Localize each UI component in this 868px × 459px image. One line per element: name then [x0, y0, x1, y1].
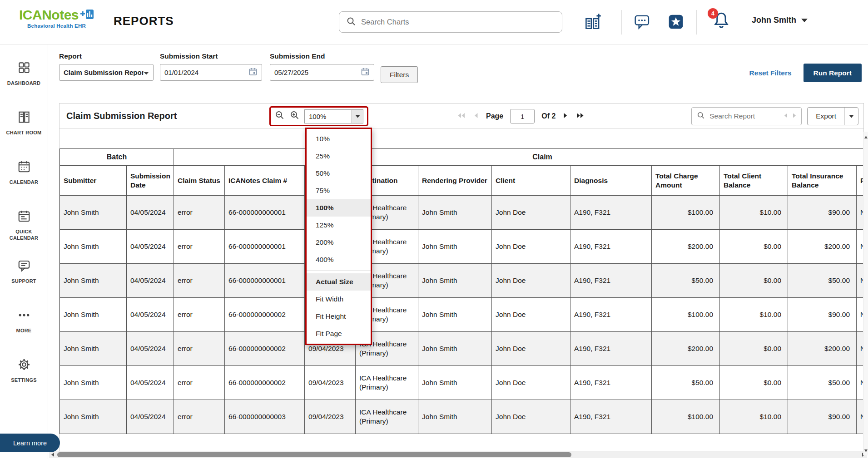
table-row: John Smith04/05/2024error66-000000000003…: [60, 400, 864, 434]
last-page-icon[interactable]: [575, 112, 585, 121]
zoom-option-125[interactable]: 125%: [307, 217, 371, 234]
page-navigation: Page Of 2: [457, 104, 585, 129]
more-dots-icon: [17, 308, 31, 324]
search-next-match-icon[interactable]: [792, 112, 797, 120]
submission-end-input[interactable]: [274, 69, 361, 76]
reset-filters-link[interactable]: Reset Filters: [749, 69, 792, 77]
icanotes-logo[interactable]: ICANotes Behavioral Health EHR: [10, 7, 103, 29]
calendar-date-picker-icon[interactable]: [248, 67, 258, 78]
table-cell: John Smith: [60, 332, 127, 366]
messages-icon[interactable]: [631, 11, 653, 33]
scroll-up-icon[interactable]: [864, 133, 868, 141]
sidebar: DASHBOARD CHART ROOM: [0, 44, 48, 459]
column-header: Submission Date: [127, 166, 174, 196]
user-menu[interactable]: John Smith: [752, 15, 808, 25]
column-header: Rendering Provider: [418, 166, 492, 196]
report-toolbar: Claim Submission Report 100%: [60, 104, 863, 129]
first-page-icon[interactable]: [457, 112, 466, 121]
table-cell: error: [174, 298, 225, 332]
table-cell: $100.00: [652, 298, 720, 332]
export-button[interactable]: Export: [807, 107, 858, 125]
export-label: Export: [808, 112, 844, 120]
search-icon: [696, 111, 705, 122]
zoom-in-icon[interactable]: [289, 110, 300, 123]
zoom-option-200[interactable]: 200%: [307, 234, 371, 251]
notifications-bell[interactable]: 4: [711, 10, 734, 34]
export-caret-icon[interactable]: [844, 108, 858, 125]
previous-page-icon[interactable]: [473, 112, 479, 121]
table-cell: $200.00: [788, 332, 857, 366]
page-label: Page: [486, 112, 503, 120]
zoom-option-75[interactable]: 75%: [307, 182, 371, 199]
facility-icon[interactable]: [582, 11, 604, 33]
horizontal-scrollbar-thumb[interactable]: [57, 452, 571, 457]
sidebar-item-dashboard[interactable]: DASHBOARD: [0, 56, 48, 106]
support-chat-icon: [17, 259, 31, 274]
table-cell: A190, F321: [570, 400, 652, 434]
learn-more-button[interactable]: Learn more: [0, 434, 60, 452]
table-cell: $50.00: [788, 366, 857, 400]
zoom-out-icon[interactable]: [274, 110, 285, 123]
table-cell: ICA Healthcare (Primary): [356, 400, 418, 434]
zoom-option-fit-height[interactable]: Fit Height: [307, 308, 371, 325]
table-cell: $50.00: [652, 264, 720, 298]
column-header: Diagnosis: [570, 166, 652, 196]
table-cell: John Smith: [418, 332, 492, 366]
table-cell: 04/05/2024: [127, 298, 174, 332]
table-cell: John Smith: [418, 366, 492, 400]
quick-calendar-icon: [17, 209, 31, 225]
zoom-level-select[interactable]: 100%: [304, 109, 363, 123]
table-cell: $200.00: [788, 230, 857, 264]
sidebar-item-more[interactable]: MORE: [0, 304, 48, 353]
table-cell: $10.00: [720, 298, 788, 332]
filters-button[interactable]: Filters: [381, 66, 418, 83]
sidebar-item-label: CHART ROOM: [6, 129, 42, 136]
column-header: Total Charge Amount: [652, 166, 720, 196]
zoom-option-10[interactable]: 10%: [307, 130, 371, 148]
table-cell: John Smith: [60, 366, 127, 400]
scroll-down-icon[interactable]: [864, 446, 868, 454]
page-number-input[interactable]: [510, 109, 535, 123]
table-cell: $100.00: [652, 400, 720, 434]
zoom-option-100[interactable]: 100%: [307, 199, 371, 217]
submission-start-input[interactable]: [164, 69, 248, 76]
zoom-option-25[interactable]: 25%: [307, 148, 371, 165]
sidebar-item-calendar[interactable]: CALENDAR: [0, 155, 48, 205]
sidebar-item-support[interactable]: SUPPORT: [0, 254, 48, 304]
table-cell: 04/05/2024: [127, 332, 174, 366]
run-report-button[interactable]: Run Report: [804, 64, 862, 82]
table-cell: John Smith: [60, 196, 127, 230]
zoom-option-50[interactable]: 50%: [307, 165, 371, 182]
table-cell: N: [857, 400, 863, 434]
table-cell: $100.00: [652, 196, 720, 230]
calendar-date-picker-icon[interactable]: [361, 67, 370, 78]
table-cell: 66-000000000001: [225, 264, 305, 298]
zoom-option-actual-size[interactable]: Actual Size: [307, 273, 371, 291]
horizontal-scrollbar[interactable]: [49, 451, 867, 458]
column-header: ICANotes Claim #: [225, 166, 305, 196]
table-cell: 66-000000000002: [225, 332, 305, 366]
zoom-select-caret-button[interactable]: [352, 110, 363, 123]
table-row: John Smith04/05/2024error66-000000000002…: [60, 366, 864, 400]
table-cell: 66-000000000001: [225, 230, 305, 264]
next-page-icon[interactable]: [562, 112, 569, 121]
search-previous-match-icon[interactable]: [784, 112, 788, 120]
starred-notes-icon[interactable]: [665, 11, 687, 33]
zoom-option-fit-page[interactable]: Fit Page: [307, 325, 371, 342]
zoom-option-400[interactable]: 400%: [307, 251, 371, 268]
zoom-option-fit-width[interactable]: Fit Width: [307, 291, 371, 308]
charts-search-input[interactable]: [361, 18, 556, 26]
column-header: P: [857, 166, 863, 196]
submission-end-group: Submission End: [270, 52, 374, 81]
sidebar-item-settings[interactable]: SETTINGS: [0, 353, 48, 403]
table-cell: A190, F321: [570, 332, 652, 366]
table-cell: 09/04/2023: [305, 366, 356, 400]
report-search-input[interactable]: [709, 112, 779, 120]
report-select[interactable]: Claim Submission Report: [59, 64, 154, 81]
submission-end-field: [270, 64, 374, 81]
sidebar-item-quick-calendar[interactable]: QUICK CALENDAR: [0, 205, 48, 254]
table-cell: N: [857, 230, 863, 264]
vertical-scrollbar[interactable]: [863, 132, 868, 455]
sidebar-item-chart-room[interactable]: CHART ROOM: [0, 106, 48, 155]
sidebar-item-label: SETTINGS: [6, 377, 42, 383]
